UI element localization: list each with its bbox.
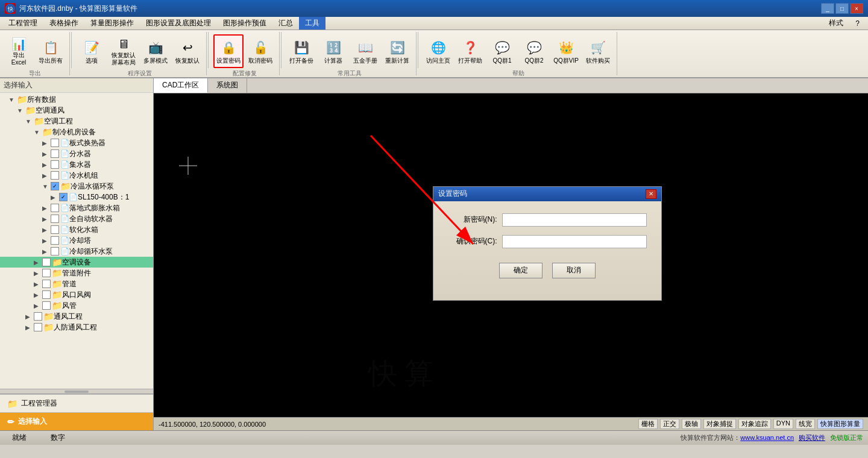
tree-item-water-distributor[interactable]: ▶ 📄 分水器 <box>0 148 153 159</box>
checkbox[interactable] <box>42 258 51 266</box>
tree-item-expansion-tank[interactable]: ▶ 📄 落地式膨胀水箱 <box>0 202 153 213</box>
close-button[interactable]: × <box>850 3 863 14</box>
dialog-ok-button[interactable]: 确定 <box>499 263 542 278</box>
export-all-button[interactable]: 📋 导出所有 <box>36 34 66 68</box>
tree-item-chiller[interactable]: ▶ 📄 冷水机组 <box>0 170 153 181</box>
menu-table[interactable]: 表格操作 <box>43 17 84 30</box>
linewidth-indicator[interactable]: 线宽 <box>796 419 815 429</box>
tree-item-cooling-tower[interactable]: ▶ 📄 冷却塔 <box>0 235 153 246</box>
tree-item-softener[interactable]: ▶ 📄 全自动软水器 <box>0 213 153 224</box>
tree-item-air-valve[interactable]: ▶ 📁 风口风阀 <box>0 289 153 300</box>
checkbox[interactable] <box>42 290 51 299</box>
open-backup-button[interactable]: 💾 打开备份 <box>286 34 316 68</box>
minimize-button[interactable]: _ <box>821 3 834 14</box>
tree-item-pipe-accessories[interactable]: ▶ 📁 管道附件 <box>0 268 153 278</box>
grid-indicator[interactable]: 栅格 <box>638 419 658 429</box>
confirm-password-input[interactable] <box>502 235 647 248</box>
visit-home-button[interactable]: 🌐 访问主页 <box>423 34 453 68</box>
checkbox[interactable] <box>42 280 51 288</box>
tree-item-hvac[interactable]: ▼ 📁 空调通风 <box>0 105 153 116</box>
checkbox[interactable] <box>51 204 59 212</box>
expand-icon: ▼ <box>8 96 17 103</box>
checkbox[interactable] <box>51 225 59 234</box>
tree-item-ac-equipment[interactable]: ▶ 📁 空调设备 <box>0 257 153 268</box>
checkbox[interactable] <box>51 139 59 147</box>
tree-item-all-data[interactable]: ▼ 📁 所有数据 <box>0 94 153 105</box>
menu-shape-settings[interactable]: 图形设置及底图处理 <box>140 17 217 30</box>
checkbox[interactable] <box>34 323 42 331</box>
export-excel-button[interactable]: 📊 导出Excel <box>4 34 34 68</box>
multi-screen-button[interactable]: 📺 多屏模式 <box>140 34 171 68</box>
recalculate-label: 重新计算 <box>385 57 409 64</box>
bottom-nav: 就绪 数字 快算软件官方网站：www.ksuan.net.cn 购买软件 免锁版… <box>0 430 868 445</box>
tree-item-heat-exchanger[interactable]: ▶ 📄 板式换热器 <box>0 137 153 148</box>
toolbar-group-tools: 💾 打开备份 🔢 计算器 📖 五金手册 🔄 重新计算 常用工具 <box>283 32 417 75</box>
tree-item-cooling-pump[interactable]: ▶ 📄 冷却循环水泵 <box>0 246 153 257</box>
qq-group2-button[interactable]: 💬 QQ群2 <box>519 34 549 68</box>
set-password-button[interactable]: 🔒 设置密码 <box>213 34 244 68</box>
group-program-label: 程序设置 <box>128 68 152 78</box>
sidebar-tab-project-manager[interactable]: 📁 工程管理器 <box>0 394 153 412</box>
tree-item-pipe[interactable]: ▶ 📁 管道 <box>0 278 153 289</box>
ksuan-indicator[interactable]: 快算图形算量 <box>817 419 863 429</box>
checkbox[interactable] <box>51 247 59 256</box>
maximize-button[interactable]: □ <box>835 3 849 14</box>
recalculate-button[interactable]: 🔄 重新计算 <box>382 34 412 68</box>
checkbox[interactable] <box>51 215 59 223</box>
open-help-button[interactable]: ❓ 打开帮助 <box>455 34 485 68</box>
tree-item-ventilation[interactable]: ▶ 📁 通风工程 <box>0 311 153 322</box>
dialog-close-button[interactable]: ✕ <box>646 189 656 199</box>
restore-layout-button[interactable]: 🖥 恢复默认屏幕布局 <box>108 34 139 68</box>
dialog-cancel-button[interactable]: 取消 <box>552 263 596 278</box>
sidebar-tree[interactable]: ▼ 📁 所有数据 ▼ 📁 空调通风 ▼ 📁 空调工程 ▼ 📁 制冷机房设备 <box>0 93 153 389</box>
calculator-button[interactable]: 🔢 计算器 <box>318 34 348 68</box>
tree-item-duct[interactable]: ▶ 📁 风管 <box>0 300 153 311</box>
checkbox[interactable] <box>42 269 51 277</box>
cad-area[interactable]: 快算 设置密码 ✕ <box>154 93 868 417</box>
tree-item-civil-defense[interactable]: ▶ 📁 人防通风工程 <box>0 322 153 333</box>
cancel-password-button[interactable]: 🔓 取消密码 <box>245 34 275 68</box>
checkbox[interactable] <box>51 236 59 245</box>
new-password-input[interactable] <box>502 213 647 227</box>
tree-item-chilled-pump[interactable]: ▼ ✓ 📁 冷温水循环泵 <box>0 181 153 192</box>
menu-tools[interactable]: 工具 <box>299 17 326 30</box>
buy-software-link[interactable]: 购买软件 <box>799 433 825 442</box>
menu-help-icon[interactable]: ? <box>849 17 866 30</box>
tab-cad-workspace[interactable]: CAD工作区 <box>154 78 208 93</box>
official-site-link[interactable]: www.ksuan.net.cn <box>740 434 794 441</box>
checkbox[interactable] <box>34 312 42 321</box>
buy-software-button[interactable]: 🛒 软件购买 <box>583 34 613 68</box>
tab-system-diagram[interactable]: 系统图 <box>208 78 247 93</box>
checkbox[interactable] <box>51 160 59 169</box>
checkbox[interactable] <box>42 301 51 310</box>
checkbox[interactable] <box>51 171 59 180</box>
group-tools-label: 常用工具 <box>338 68 362 78</box>
select-button[interactable]: 📝 选项 <box>77 34 107 68</box>
qq-group1-button[interactable]: 💬 QQ群1 <box>487 34 517 68</box>
dyn-indicator[interactable]: DYN <box>773 419 793 429</box>
osnap-indicator[interactable]: 对象捕捉 <box>703 419 736 429</box>
tree-item-soft-tank[interactable]: ▶ 📄 软化水箱 <box>0 224 153 235</box>
tree-item-sl150[interactable]: ▶ ✓ 📄 SL150-400B：1 <box>0 192 153 202</box>
checkbox[interactable] <box>51 149 59 158</box>
otrack-indicator[interactable]: 对象追踪 <box>738 419 771 429</box>
buy-software-label: 软件购买 <box>586 57 610 64</box>
qq-group-vip-button[interactable]: 👑 QQ群VIP <box>551 34 581 68</box>
polar-indicator[interactable]: 极轴 <box>682 419 701 429</box>
tree-item-ac-project[interactable]: ▼ 📁 空调工程 <box>0 116 153 127</box>
menu-style[interactable]: 样式 <box>823 17 849 30</box>
bottom-nav-right: 快算软件官方网站：www.ksuan.net.cn 购买软件 免锁版正常 <box>681 433 863 442</box>
tree-item-water-collector[interactable]: ▶ 📄 集水器 <box>0 159 153 170</box>
menu-project[interactable]: 工程管理 <box>2 17 43 30</box>
checkbox[interactable]: ✓ <box>59 193 68 201</box>
ortho-indicator[interactable]: 正交 <box>660 419 679 429</box>
menu-shape-ops[interactable]: 算量图形操作 <box>84 17 140 30</box>
checkbox[interactable]: ✓ <box>51 182 59 190</box>
handbook-button[interactable]: 📖 五金手册 <box>350 34 380 68</box>
sidebar-tab-select-input[interactable]: ✏ 选择输入 <box>0 412 153 430</box>
expand-icon: ▶ <box>42 151 51 157</box>
restore-confirm-button[interactable]: ↩ 恢复默认 <box>172 34 203 68</box>
menu-shape-preview[interactable]: 图形操作预值 <box>217 17 272 30</box>
menu-summary[interactable]: 汇总 <box>272 17 299 30</box>
tree-item-cold-room[interactable]: ▼ 📁 制冷机房设备 <box>0 127 153 137</box>
